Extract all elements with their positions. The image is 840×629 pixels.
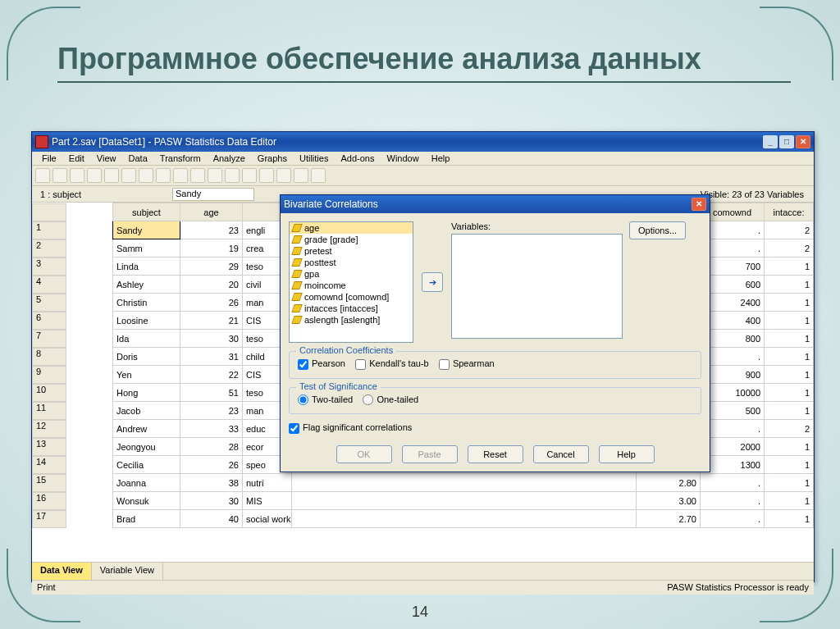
dialog-titlebar[interactable]: Bivariate Correlations ✕ xyxy=(281,195,710,213)
table-row[interactable]: 16Wonsuk30MIS3.00.1 xyxy=(32,492,814,510)
list-item[interactable]: grade [grade] xyxy=(290,234,413,245)
toolbar-button[interactable] xyxy=(294,168,308,183)
reset-button[interactable]: Reset xyxy=(468,445,523,463)
row-header[interactable]: 4 xyxy=(32,276,66,294)
row-header[interactable]: 10 xyxy=(32,384,66,402)
pearson-checkbox[interactable] xyxy=(298,359,308,370)
toolbar-button[interactable] xyxy=(156,168,171,183)
toolbar-button[interactable] xyxy=(35,168,50,183)
menu-file[interactable]: File xyxy=(37,152,62,165)
row-header[interactable]: 5 xyxy=(32,294,66,312)
move-right-button[interactable]: ➔ xyxy=(422,272,443,292)
toolbar-button[interactable] xyxy=(70,168,84,183)
menu-view[interactable]: View xyxy=(92,152,121,165)
row-header[interactable]: 8 xyxy=(32,348,66,366)
row-header[interactable]: 3 xyxy=(32,258,66,276)
row-header[interactable]: 7 xyxy=(32,330,66,348)
paste-button[interactable]: Paste xyxy=(402,445,458,463)
ok-button[interactable]: OK xyxy=(336,445,392,463)
row-header[interactable]: 16 xyxy=(32,492,66,510)
spearman-checkbox[interactable] xyxy=(439,359,450,370)
menu-graphs[interactable]: Graphs xyxy=(253,152,292,165)
list-item[interactable]: gpa xyxy=(290,268,413,280)
toolbar-button[interactable] xyxy=(173,168,188,183)
help-button[interactable]: Help xyxy=(599,445,655,463)
row-header[interactable]: 1 xyxy=(32,221,66,239)
list-item[interactable]: posttest xyxy=(290,257,413,268)
toolbar-button[interactable] xyxy=(104,168,119,183)
options-button[interactable]: Options... xyxy=(629,221,686,239)
toolbar-button[interactable] xyxy=(190,168,205,183)
row-header[interactable]: 14 xyxy=(32,456,66,474)
scale-icon xyxy=(291,224,303,232)
toolbar-button[interactable] xyxy=(87,168,102,183)
list-item[interactable]: aslength [aslength] xyxy=(290,314,413,326)
menu-edit[interactable]: Edit xyxy=(64,152,89,165)
scale-icon xyxy=(291,235,303,244)
scale-icon xyxy=(291,270,303,278)
checkbox-pearson[interactable]: Pearson xyxy=(298,358,345,368)
radio-two-tailed[interactable]: Two-tailed xyxy=(298,394,353,404)
toolbar-button[interactable] xyxy=(225,168,240,183)
row-header[interactable]: 15 xyxy=(32,474,66,492)
menu-window[interactable]: Window xyxy=(382,152,424,165)
row-header[interactable]: 6 xyxy=(32,312,66,330)
list-item[interactable]: intacces [intacces] xyxy=(290,303,413,314)
menu-transform[interactable]: Transform xyxy=(155,152,206,165)
menu-data[interactable]: Data xyxy=(124,152,153,165)
list-item[interactable]: age xyxy=(290,222,413,234)
kendall-checkbox[interactable] xyxy=(355,359,366,370)
source-variable-list[interactable]: agegrade [grade]pretestposttestgpamoinco… xyxy=(289,221,413,343)
tab-variable-view[interactable]: Variable View xyxy=(92,563,163,580)
row-header[interactable]: 11 xyxy=(32,402,66,420)
target-variable-list[interactable] xyxy=(451,234,623,339)
menu-analyze[interactable]: Analyze xyxy=(208,152,250,165)
maximize-button[interactable]: □ xyxy=(779,135,794,148)
page-number: 14 xyxy=(0,604,840,621)
row-header[interactable]: 13 xyxy=(32,438,66,456)
checkbox-kendall[interactable]: Kendall's tau-b xyxy=(355,358,428,368)
toolbar-button[interactable] xyxy=(52,168,67,183)
toolbar-button[interactable] xyxy=(276,168,291,183)
dialog-title: Bivariate Correlations xyxy=(284,198,378,210)
column-header[interactable]: intacce: xyxy=(765,203,814,221)
column-header[interactable]: subject xyxy=(113,203,180,221)
app-icon xyxy=(35,135,48,148)
checkbox-flag[interactable]: Flag significant correlations xyxy=(289,422,412,432)
radio-one-tailed[interactable]: One-tailed xyxy=(363,394,418,404)
row-header[interactable]: 2 xyxy=(32,239,66,258)
toolbar-button[interactable] xyxy=(311,168,326,183)
list-item[interactable]: moincome xyxy=(290,280,413,291)
variables-label: Variables: xyxy=(451,221,623,231)
one-tailed-radio[interactable] xyxy=(363,394,373,405)
menu-help[interactable]: Help xyxy=(427,152,455,165)
two-tailed-radio[interactable] xyxy=(298,394,308,405)
status-right: PASW Statistics Processor is ready xyxy=(667,582,809,593)
toolbar-button[interactable] xyxy=(208,168,222,183)
table-row[interactable]: 17Brad40social work2.70.1 xyxy=(32,510,814,528)
dialog-close-button[interactable]: ✕ xyxy=(692,198,706,211)
list-item[interactable]: comownd [comownd] xyxy=(290,291,413,303)
flag-checkbox[interactable] xyxy=(289,423,299,434)
scale-icon xyxy=(291,316,303,324)
table-row[interactable]: 15Joanna38nutri2.80.1 xyxy=(32,474,814,492)
row-header[interactable]: 12 xyxy=(32,420,66,438)
toolbar-button[interactable] xyxy=(139,168,153,183)
checkbox-spearman[interactable]: Spearman xyxy=(439,358,495,368)
scale-icon xyxy=(291,293,303,301)
menu-utilities[interactable]: Utilities xyxy=(294,152,333,165)
row-header[interactable]: 9 xyxy=(32,366,66,384)
menu-addons[interactable]: Add-ons xyxy=(336,152,380,165)
toolbar-button[interactable] xyxy=(242,168,257,183)
cell-value[interactable]: Sandy xyxy=(172,188,254,201)
row-header[interactable]: 17 xyxy=(32,510,66,528)
minimize-button[interactable]: _ xyxy=(763,135,778,148)
list-item[interactable]: pretest xyxy=(290,245,413,257)
column-header[interactable]: age xyxy=(180,203,243,221)
toolbar-button[interactable] xyxy=(121,168,136,183)
toolbar-button[interactable] xyxy=(259,168,274,183)
tab-data-view[interactable]: Data View xyxy=(32,563,92,580)
title-bar[interactable]: Part 2.sav [DataSet1] - PASW Statistics … xyxy=(32,132,814,152)
cancel-button[interactable]: Cancel xyxy=(533,445,589,463)
close-button[interactable]: ✕ xyxy=(796,135,810,148)
